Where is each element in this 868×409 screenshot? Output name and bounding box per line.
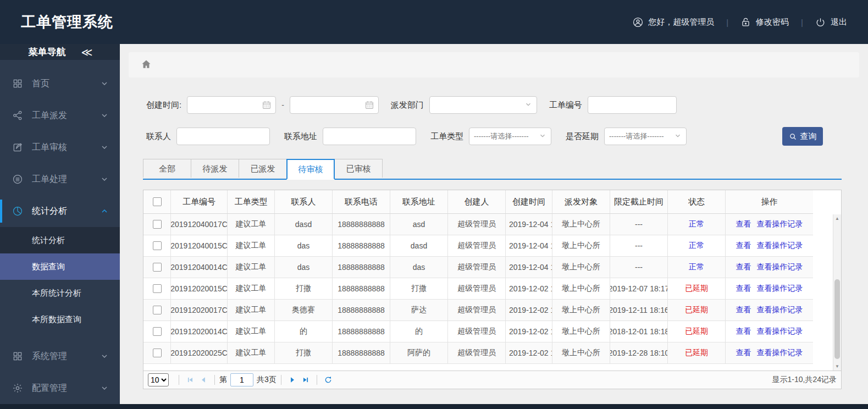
view-log-link[interactable]: 查看操作记录 [757, 305, 803, 315]
cell-contact: 打撒 [275, 342, 333, 363]
order-no-input[interactable] [588, 96, 677, 114]
refresh-icon[interactable] [322, 374, 335, 386]
view-link[interactable]: 查看 [736, 305, 751, 315]
sidebar-item-config[interactable]: 配置管理 [0, 372, 120, 404]
cell-contact: 打撒 [275, 278, 333, 299]
cell-creator: 超级管理员 [448, 300, 506, 320]
page-footer [0, 404, 868, 409]
row-checkbox[interactable] [153, 327, 162, 336]
column-header: 工单编号 [171, 190, 228, 213]
date-range-separator: - [281, 101, 284, 109]
user-greeting[interactable]: 您好，超级管理员 [633, 17, 714, 27]
view-log-link[interactable]: 查看操作记录 [757, 327, 803, 336]
cell-phone: 18888888888 [333, 300, 390, 320]
page-size-select[interactable]: 10 [148, 373, 169, 386]
row-checkbox[interactable] [153, 241, 162, 250]
create-time-end-input[interactable] [290, 96, 379, 114]
order-no-label: 工单编号 [549, 100, 582, 110]
tab-pending-review[interactable]: 待审核 [286, 159, 335, 180]
calendar-icon[interactable] [262, 100, 272, 110]
submenu-item-local-statistics[interactable]: 本所统计分析 [0, 280, 120, 306]
row-checkbox[interactable] [153, 220, 162, 229]
tab-reviewed[interactable]: 已审核 [334, 159, 383, 178]
tab-dispatched[interactable]: 已派发 [239, 159, 287, 178]
create-time-start-input[interactable] [187, 96, 276, 114]
cell-creator: 超级管理员 [448, 278, 506, 299]
logout-link[interactable]: 退出 [815, 17, 847, 27]
cell-order-type: 建议工单 [228, 257, 275, 278]
table-row: 201912040014C 建议工单 das 18888888888 das 超… [143, 257, 813, 278]
sidebar-item-home[interactable]: 首页 [0, 68, 120, 100]
cell-order-no: 201912040015C [171, 235, 228, 256]
view-log-link[interactable]: 查看操作记录 [757, 262, 803, 272]
table-row: 201912040017C 建议工单 dasd 18888888888 asd … [143, 214, 813, 235]
order-type-select[interactable]: -------请选择------- [469, 128, 551, 145]
row-checkbox[interactable] [153, 284, 162, 293]
app-title: 工单管理系统 [21, 12, 113, 32]
contact-input[interactable] [176, 128, 270, 145]
cell-order-no: 201912040014C [171, 257, 228, 278]
cell-order-no: 201912020015C [171, 278, 228, 299]
view-link[interactable]: 查看 [736, 262, 751, 272]
submenu-item-local-data-query[interactable]: 本所数据查询 [0, 306, 120, 333]
sidebar-item-system[interactable]: 系统管理 [0, 340, 120, 372]
sidebar-item-dispatch[interactable]: 工单派发 [0, 100, 120, 131]
scrollbar-thumb[interactable] [834, 279, 840, 359]
home-icon[interactable] [141, 59, 152, 71]
calendar-icon[interactable] [364, 100, 374, 110]
change-password-link[interactable]: 修改密码 [740, 17, 789, 27]
status-badge: 正常 [689, 262, 704, 272]
view-log-link[interactable]: 查看操作记录 [757, 241, 803, 251]
dispatch-dept-label: 派发部门 [391, 100, 424, 110]
select-all-checkbox[interactable] [153, 197, 162, 206]
submenu-item-statistics[interactable]: 统计分析 [0, 227, 120, 253]
view-link[interactable]: 查看 [736, 219, 751, 229]
sidebar-item-process[interactable]: 工单处理 [0, 163, 120, 195]
sidebar-item-label: 工单派发 [32, 110, 100, 121]
sidebar-item-label: 配置管理 [32, 383, 100, 394]
view-link[interactable]: 查看 [736, 241, 751, 251]
cell-contact: dasd [275, 214, 333, 235]
view-link[interactable]: 查看 [736, 284, 751, 294]
row-checkbox[interactable] [153, 349, 162, 357]
delay-select[interactable]: -------请选择------- [604, 128, 687, 145]
table-row: 201912020025C 建议工单 打撒 18888888888 阿萨的 超级… [143, 342, 813, 364]
dispatch-dept-select[interactable] [429, 96, 537, 114]
record-summary: 显示1-10,共24记录 [772, 375, 837, 385]
cell-order-no: 201912020025C [171, 342, 228, 363]
sidebar-collapse-button[interactable]: ≪ [81, 46, 92, 59]
search-button[interactable]: 查询 [782, 127, 823, 146]
cell-deadline: --- [610, 214, 668, 235]
cell-order-type: 建议工单 [228, 235, 275, 256]
view-link[interactable]: 查看 [736, 348, 751, 358]
prev-page-button[interactable] [197, 374, 210, 386]
view-log-link[interactable]: 查看操作记录 [757, 348, 803, 358]
row-checkbox[interactable] [153, 306, 162, 314]
tab-pending-dispatch[interactable]: 待派发 [191, 159, 239, 178]
sidebar-item-review[interactable]: 工单审核 [0, 131, 120, 163]
chevron-down-icon [100, 111, 109, 120]
cell-target: 墩上中心所 [552, 214, 610, 235]
submenu-item-data-query[interactable]: 数据查询 [0, 253, 120, 280]
view-log-link[interactable]: 查看操作记录 [757, 284, 803, 294]
sidebar-item-statistics[interactable]: 统计分析 [0, 195, 120, 227]
cell-order-type: 建议工单 [228, 342, 275, 363]
last-page-button[interactable] [299, 374, 312, 386]
first-page-button[interactable] [184, 374, 197, 386]
tab-all[interactable]: 全部 [143, 159, 191, 178]
scroll-down-arrow[interactable]: ▼ [833, 362, 841, 371]
cell-deadline: --- [610, 257, 668, 278]
view-link[interactable]: 查看 [736, 327, 751, 336]
table-row: 201912020017C 建议工单 奥德赛 18888888888 萨达 超级… [143, 300, 813, 321]
column-header: 状态 [668, 190, 726, 213]
scroll-up-arrow[interactable]: ▲ [833, 214, 841, 223]
view-log-link[interactable]: 查看操作记录 [757, 219, 803, 229]
column-header: 创建人 [448, 190, 506, 213]
cell-deadline: --- [610, 235, 668, 256]
table-scrollbar[interactable]: ▲ ▼ [833, 214, 841, 371]
page-number-input[interactable] [230, 373, 253, 386]
next-page-button[interactable] [286, 374, 299, 386]
column-header: 工单类型 [228, 190, 275, 213]
row-checkbox[interactable] [153, 263, 162, 272]
address-input[interactable] [323, 128, 416, 145]
